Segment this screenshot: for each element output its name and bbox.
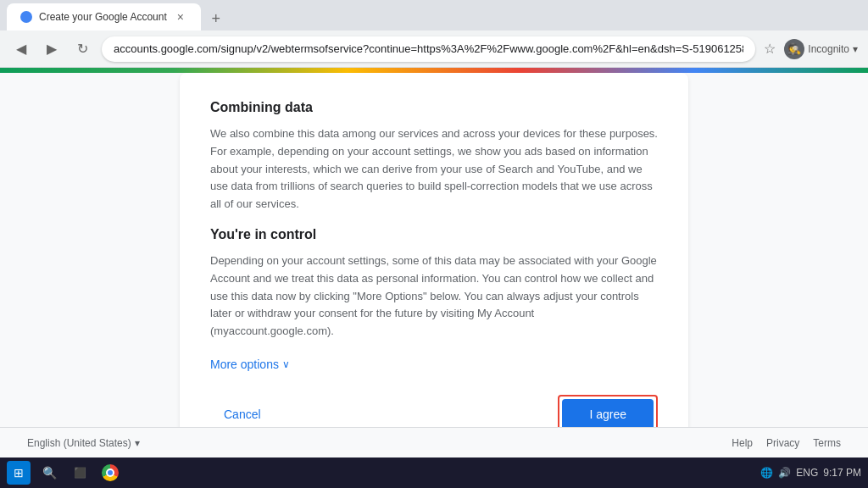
search-taskbar-icon[interactable]: 🔍 — [37, 461, 61, 485]
volume-icon[interactable]: 🔊 — [778, 467, 791, 479]
forward-button[interactable]: ▶ — [41, 38, 63, 60]
incognito-badge: 🕵 Incognito ▾ — [784, 39, 858, 59]
start-button[interactable]: ⊞ — [7, 461, 31, 485]
more-options-label: More options — [210, 358, 279, 371]
lang-indicator: ENG — [796, 467, 818, 479]
language-arrow-icon: ▾ — [135, 437, 140, 449]
bookmark-icon[interactable]: ☆ — [764, 41, 776, 57]
footer-links: Help Privacy Terms — [732, 437, 841, 449]
privacy-link[interactable]: Privacy — [766, 437, 799, 449]
address-bar: ◀ ▶ ↻ ☆ 🕵 Incognito ▾ — [0, 30, 868, 68]
language-selector[interactable]: English (United States) ▾ — [27, 437, 140, 449]
in-control-paragraph: Depending on your account settings, some… — [210, 252, 658, 341]
chevron-down-icon: ∨ — [282, 358, 290, 370]
taskview-icon[interactable]: ⬛ — [68, 461, 92, 485]
new-tab-button[interactable]: + — [204, 7, 228, 30]
network-icon[interactable]: 🌐 — [760, 467, 773, 479]
reload-button[interactable]: ↻ — [71, 38, 93, 60]
action-row: Cancel I agree — [210, 395, 658, 427]
more-options-button[interactable]: More options ∨ — [210, 354, 290, 374]
tab-close-button[interactable]: × — [174, 10, 187, 24]
language-label: English (United States) — [27, 437, 131, 449]
terms-link[interactable]: Terms — [813, 437, 841, 449]
address-input[interactable] — [102, 36, 755, 62]
taskbar: ⊞ 🔍 ⬛ 🌐 🔊 ENG 9:17 PM — [0, 458, 868, 488]
footer-bar: English (United States) ▾ Help Privacy T… — [0, 427, 868, 458]
terms-card: Combining data We also combine this data… — [180, 73, 688, 427]
cancel-button[interactable]: Cancel — [210, 401, 275, 427]
incognito-chevron: ▾ — [853, 43, 858, 55]
content-area: Combining data We also combine this data… — [0, 73, 868, 427]
in-control-title: You're in control — [210, 227, 658, 242]
tab-favicon — [20, 11, 32, 23]
tab-label: Create your Google Account — [39, 11, 167, 23]
agree-button-wrapper: I agree — [558, 395, 658, 427]
chrome-taskbar-icon[interactable] — [98, 461, 122, 485]
incognito-label: Incognito — [808, 43, 849, 55]
help-link[interactable]: Help — [732, 437, 753, 449]
tab-bar: Create your Google Account × + — [0, 0, 868, 30]
clock: 9:17 PM — [823, 467, 861, 479]
combining-data-title: Combining data — [210, 100, 658, 115]
back-button[interactable]: ◀ — [10, 38, 32, 60]
combining-data-paragraph: We also combine this data among our serv… — [210, 125, 658, 214]
agree-button[interactable]: I agree — [562, 399, 654, 427]
taskbar-right-area: 🌐 🔊 ENG 9:17 PM — [760, 467, 861, 479]
active-tab[interactable]: Create your Google Account × — [7, 3, 201, 30]
incognito-icon: 🕵 — [784, 39, 804, 59]
